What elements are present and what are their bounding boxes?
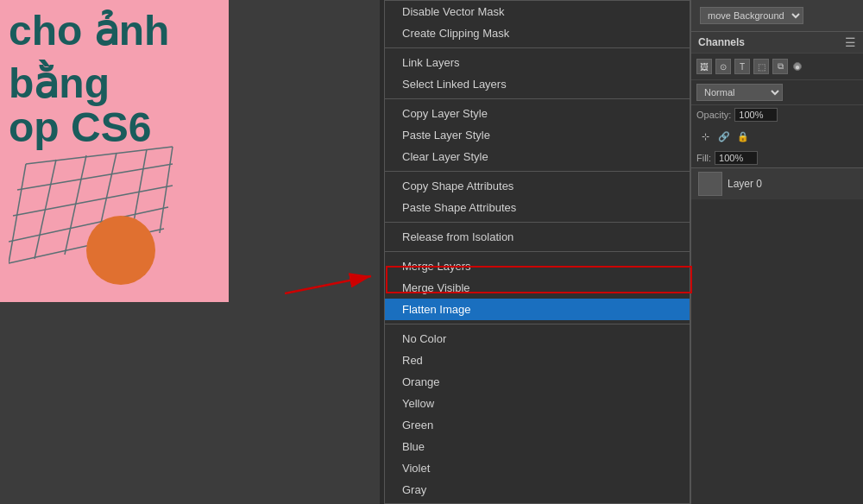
menu-divider	[385, 324, 690, 324]
menu-item-orange[interactable]: Orange	[385, 371, 690, 393]
fill-input[interactable]	[715, 151, 758, 165]
menu-divider	[385, 251, 690, 252]
menu-divider	[385, 47, 690, 48]
menu-item-disable-vector-mask[interactable]: Disable Vector Mask	[385, 1, 690, 22]
menu-item-red[interactable]: Red	[385, 350, 690, 371]
context-menu: Disable Vector MaskCreate Clipping MaskL…	[384, 0, 690, 504]
channel-icon-circle[interactable]: ⊙	[715, 59, 731, 74]
canvas-area: cho ảnh bằng op CS6	[0, 0, 380, 504]
opacity-input[interactable]	[734, 108, 778, 122]
channel-icons-section: 🖼 ⊙ T ⬚ ⧉ ●	[691, 54, 863, 80]
arrow-indicator	[285, 268, 388, 305]
menu-item-copy-shape-attributes[interactable]: Copy Shape Attributes	[385, 175, 690, 197]
menu-item-release-from-isolation[interactable]: Release from Isolation	[385, 226, 690, 248]
menu-item-create-clipping-mask[interactable]: Create Clipping Mask	[385, 22, 690, 44]
panel-top: move Background	[691, 0, 863, 32]
menu-item-gray[interactable]: Gray	[385, 479, 690, 501]
menu-item-blue[interactable]: Blue	[385, 436, 690, 457]
canvas-text-cho: cho ảnh	[9, 9, 169, 54]
menu-item-clear-layer-style[interactable]: Clear Layer Style	[385, 146, 690, 167]
svg-line-10	[160, 147, 173, 233]
layer-thumbnail	[698, 172, 722, 196]
menu-item-merge-visible[interactable]: Merge Visible	[385, 277, 690, 299]
menu-divider	[385, 98, 690, 99]
fill-label: Fill:	[696, 153, 711, 163]
layer-item[interactable]: Layer 0	[691, 167, 863, 199]
link-icon[interactable]: 🔗	[715, 128, 733, 145]
orange-circle	[86, 216, 155, 285]
menu-item-copy-layer-style[interactable]: Copy Layer Style	[385, 103, 690, 124]
svg-line-1	[17, 164, 173, 190]
canvas-text-bang: bằng	[9, 59, 110, 107]
svg-line-12	[285, 276, 371, 293]
menu-item-paste-shape-attributes[interactable]: Paste Shape Attributes	[385, 197, 690, 218]
menu-item-paste-layer-style[interactable]: Paste Layer Style	[385, 124, 690, 146]
opacity-row: Opacity:	[691, 105, 863, 124]
menu-item-yellow[interactable]: Yellow	[385, 393, 690, 414]
panel-dropdown[interactable]: move Background	[700, 7, 803, 24]
channel-icon-copy[interactable]: ⧉	[772, 59, 788, 74]
menu-item-link-layers[interactable]: Link Layers	[385, 52, 690, 73]
channel-icon-image[interactable]: 🖼	[696, 59, 712, 74]
channel-icon-transform[interactable]: ⬚	[753, 59, 769, 74]
lock-icon[interactable]: 🔒	[734, 128, 752, 145]
menu-item-no-color[interactable]: No Color	[385, 328, 690, 350]
channel-icons-row: 🖼 ⊙ T ⬚ ⧉ ●	[696, 59, 858, 74]
menu-item-green[interactable]: Green	[385, 414, 690, 436]
channels-menu-icon[interactable]: ☰	[845, 35, 856, 49]
fill-row: Fill:	[691, 148, 863, 167]
menu-divider	[385, 171, 690, 172]
canvas-image: cho ảnh bằng op CS6	[0, 0, 229, 302]
menu-item-merge-layers[interactable]: Merge Layers	[385, 255, 690, 277]
opacity-label: Opacity:	[696, 110, 731, 120]
menu-item-flatten-image[interactable]: Flatten Image	[385, 299, 690, 320]
menu-item-violet[interactable]: Violet	[385, 457, 690, 479]
svg-line-6	[35, 160, 56, 259]
right-panel: move Background Channels ☰ 🖼 ⊙ T ⬚ ⧉ ● N…	[690, 0, 863, 504]
move-icon[interactable]: ⊹	[696, 128, 714, 145]
blend-mode-row: Normal	[691, 80, 863, 105]
menu-divider	[385, 222, 690, 223]
channel-icon-text[interactable]: T	[734, 59, 750, 74]
channels-header: Channels ☰	[691, 32, 863, 54]
svg-line-0	[26, 147, 173, 164]
channels-title: Channels	[698, 36, 745, 48]
blend-mode-dropdown[interactable]: Normal	[696, 84, 783, 101]
channel-icon-dot[interactable]: ●	[793, 62, 802, 71]
layer-name: Layer 0	[728, 178, 762, 190]
transform-icons-row: ⊹ 🔗 🔒	[691, 124, 863, 148]
menu-item-select-linked-layers[interactable]: Select Linked Layers	[385, 73, 690, 95]
